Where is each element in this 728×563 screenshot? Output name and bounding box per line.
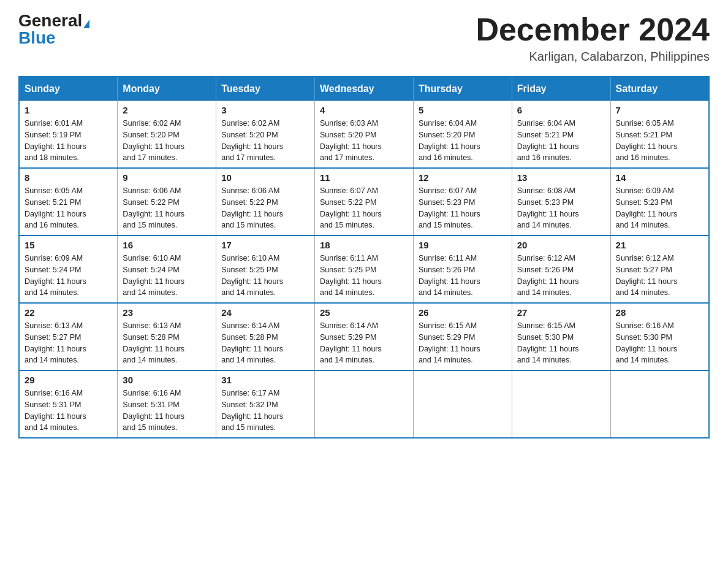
day-info: Sunrise: 6:05 AMSunset: 5:21 PMDaylight:…	[25, 185, 112, 231]
day-number: 31	[221, 375, 309, 385]
col-thursday: Thursday	[413, 77, 512, 101]
table-row: 29Sunrise: 6:16 AMSunset: 5:31 PMDayligh…	[19, 370, 118, 438]
table-row: 25Sunrise: 6:14 AMSunset: 5:29 PMDayligh…	[315, 303, 414, 370]
day-info: Sunrise: 6:07 AMSunset: 5:22 PMDaylight:…	[320, 185, 408, 231]
calendar-header-row: Sunday Monday Tuesday Wednesday Thursday…	[19, 77, 709, 101]
col-saturday: Saturday	[610, 77, 709, 101]
day-number: 5	[419, 105, 507, 115]
table-row: 10Sunrise: 6:06 AMSunset: 5:22 PMDayligh…	[216, 168, 315, 236]
day-number: 16	[123, 240, 211, 250]
day-number: 11	[320, 172, 408, 183]
day-info: Sunrise: 6:08 AMSunset: 5:23 PMDaylight:…	[517, 185, 605, 231]
day-info: Sunrise: 6:16 AMSunset: 5:31 PMDaylight:…	[25, 388, 112, 434]
calendar-table: Sunday Monday Tuesday Wednesday Thursday…	[18, 76, 710, 439]
table-row: 3Sunrise: 6:02 AMSunset: 5:20 PMDaylight…	[216, 101, 315, 169]
table-row: 16Sunrise: 6:10 AMSunset: 5:24 PMDayligh…	[118, 236, 216, 303]
table-row: 17Sunrise: 6:10 AMSunset: 5:25 PMDayligh…	[216, 236, 315, 303]
table-row	[315, 370, 414, 438]
day-number: 18	[320, 240, 408, 250]
day-info: Sunrise: 6:14 AMSunset: 5:28 PMDaylight:…	[221, 320, 309, 366]
table-row: 28Sunrise: 6:16 AMSunset: 5:30 PMDayligh…	[610, 303, 709, 370]
day-info: Sunrise: 6:15 AMSunset: 5:29 PMDaylight:…	[419, 320, 507, 366]
day-number: 8	[25, 172, 112, 183]
table-row: 12Sunrise: 6:07 AMSunset: 5:23 PMDayligh…	[413, 168, 512, 236]
day-number: 23	[123, 307, 211, 318]
table-row: 22Sunrise: 6:13 AMSunset: 5:27 PMDayligh…	[19, 303, 118, 370]
day-number: 6	[517, 105, 605, 115]
day-number: 27	[517, 307, 605, 318]
day-number: 10	[221, 172, 309, 183]
day-info: Sunrise: 6:12 AMSunset: 5:26 PMDaylight:…	[517, 253, 605, 299]
day-info: Sunrise: 6:06 AMSunset: 5:22 PMDaylight:…	[123, 185, 211, 231]
table-row: 2Sunrise: 6:02 AMSunset: 5:20 PMDaylight…	[118, 101, 216, 169]
day-number: 17	[221, 240, 309, 250]
day-info: Sunrise: 6:11 AMSunset: 5:26 PMDaylight:…	[419, 253, 507, 299]
logo-general-text: General	[18, 11, 82, 30]
logo-blue-text: Blue	[18, 28, 56, 47]
table-row: 31Sunrise: 6:17 AMSunset: 5:32 PMDayligh…	[216, 370, 315, 438]
day-number: 1	[25, 105, 112, 115]
table-row: 14Sunrise: 6:09 AMSunset: 5:23 PMDayligh…	[610, 168, 709, 236]
day-number: 28	[616, 307, 703, 318]
day-number: 21	[616, 240, 703, 250]
day-info: Sunrise: 6:16 AMSunset: 5:30 PMDaylight:…	[616, 320, 703, 366]
col-tuesday: Tuesday	[216, 77, 315, 101]
table-row	[512, 370, 610, 438]
page-header: General Blue December 2024 Karligan, Cal…	[18, 12, 710, 64]
day-info: Sunrise: 6:02 AMSunset: 5:20 PMDaylight:…	[221, 118, 309, 164]
day-info: Sunrise: 6:04 AMSunset: 5:21 PMDaylight:…	[517, 118, 605, 164]
table-row: 6Sunrise: 6:04 AMSunset: 5:21 PMDaylight…	[512, 101, 610, 169]
day-info: Sunrise: 6:04 AMSunset: 5:20 PMDaylight:…	[419, 118, 507, 164]
day-number: 24	[221, 307, 309, 318]
day-number: 13	[517, 172, 605, 183]
day-info: Sunrise: 6:10 AMSunset: 5:24 PMDaylight:…	[123, 253, 211, 299]
table-row: 24Sunrise: 6:14 AMSunset: 5:28 PMDayligh…	[216, 303, 315, 370]
day-info: Sunrise: 6:13 AMSunset: 5:28 PMDaylight:…	[123, 320, 211, 366]
table-row: 9Sunrise: 6:06 AMSunset: 5:22 PMDaylight…	[118, 168, 216, 236]
title-block: December 2024 Karligan, Calabarzon, Phil…	[476, 12, 710, 64]
table-row: 5Sunrise: 6:04 AMSunset: 5:20 PMDaylight…	[413, 101, 512, 169]
table-row: 18Sunrise: 6:11 AMSunset: 5:25 PMDayligh…	[315, 236, 414, 303]
logo-line2: Blue	[18, 29, 56, 47]
day-info: Sunrise: 6:07 AMSunset: 5:23 PMDaylight:…	[419, 185, 507, 231]
day-info: Sunrise: 6:05 AMSunset: 5:21 PMDaylight:…	[616, 118, 703, 164]
day-number: 19	[419, 240, 507, 250]
day-number: 25	[320, 307, 408, 318]
day-number: 7	[616, 105, 703, 115]
day-info: Sunrise: 6:16 AMSunset: 5:31 PMDaylight:…	[123, 388, 211, 434]
table-row	[610, 370, 709, 438]
table-row: 4Sunrise: 6:03 AMSunset: 5:20 PMDaylight…	[315, 101, 414, 169]
day-info: Sunrise: 6:12 AMSunset: 5:27 PMDaylight:…	[616, 253, 703, 299]
day-info: Sunrise: 6:09 AMSunset: 5:23 PMDaylight:…	[616, 185, 703, 231]
table-row: 1Sunrise: 6:01 AMSunset: 5:19 PMDaylight…	[19, 101, 118, 169]
day-number: 20	[517, 240, 605, 250]
day-info: Sunrise: 6:17 AMSunset: 5:32 PMDaylight:…	[221, 388, 309, 434]
day-info: Sunrise: 6:13 AMSunset: 5:27 PMDaylight:…	[25, 320, 112, 366]
day-number: 15	[25, 240, 112, 250]
logo: General Blue	[18, 12, 89, 47]
location-text: Karligan, Calabarzon, Philippines	[476, 50, 710, 64]
table-row	[413, 370, 512, 438]
day-info: Sunrise: 6:06 AMSunset: 5:22 PMDaylight:…	[221, 185, 309, 231]
day-info: Sunrise: 6:03 AMSunset: 5:20 PMDaylight:…	[320, 118, 408, 164]
table-row: 15Sunrise: 6:09 AMSunset: 5:24 PMDayligh…	[19, 236, 118, 303]
logo-triangle-icon	[83, 20, 89, 28]
day-number: 12	[419, 172, 507, 183]
table-row: 21Sunrise: 6:12 AMSunset: 5:27 PMDayligh…	[610, 236, 709, 303]
day-number: 4	[320, 105, 408, 115]
table-row: 8Sunrise: 6:05 AMSunset: 5:21 PMDaylight…	[19, 168, 118, 236]
day-info: Sunrise: 6:14 AMSunset: 5:29 PMDaylight:…	[320, 320, 408, 366]
table-row: 7Sunrise: 6:05 AMSunset: 5:21 PMDaylight…	[610, 101, 709, 169]
day-info: Sunrise: 6:10 AMSunset: 5:25 PMDaylight:…	[221, 253, 309, 299]
col-wednesday: Wednesday	[315, 77, 414, 101]
day-number: 30	[123, 375, 211, 385]
day-number: 22	[25, 307, 112, 318]
col-sunday: Sunday	[19, 77, 118, 101]
day-info: Sunrise: 6:02 AMSunset: 5:20 PMDaylight:…	[123, 118, 211, 164]
day-number: 9	[123, 172, 211, 183]
logo-line1: General	[18, 12, 89, 29]
col-friday: Friday	[512, 77, 610, 101]
table-row: 30Sunrise: 6:16 AMSunset: 5:31 PMDayligh…	[118, 370, 216, 438]
table-row: 20Sunrise: 6:12 AMSunset: 5:26 PMDayligh…	[512, 236, 610, 303]
table-row: 23Sunrise: 6:13 AMSunset: 5:28 PMDayligh…	[118, 303, 216, 370]
